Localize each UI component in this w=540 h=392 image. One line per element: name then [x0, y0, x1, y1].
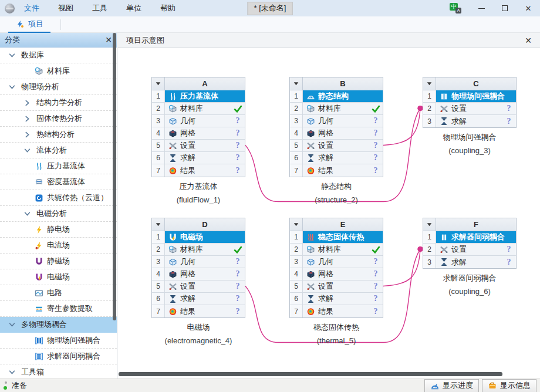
- sidebar-item-15[interactable]: 电路: [0, 285, 117, 301]
- minimize-button[interactable]: [470, 0, 493, 16]
- sidebar-item-2[interactable]: 物理场分析: [0, 79, 117, 95]
- system-E-row-3[interactable]: 3 几何?: [290, 256, 383, 268]
- show-info-label: 显示信息: [500, 380, 531, 391]
- system-A-row-2[interactable]: 2 材料库: [152, 103, 245, 115]
- system-D-row-7[interactable]: 7 结果?: [152, 305, 245, 317]
- category-tree: 数据库材料库物理场分析结构力学分析固体传热分析热结构分析流体分析压力基流体密度基…: [0, 48, 117, 379]
- system-menu-button[interactable]: [152, 77, 165, 90]
- system-menu-button[interactable]: [423, 218, 436, 231]
- close-button[interactable]: ✕: [517, 0, 540, 16]
- system-A-row-5[interactable]: 5 设置?: [152, 140, 245, 152]
- sidebar-scrollbar-thumb[interactable]: [113, 33, 116, 320]
- system-A-row-7[interactable]: 7 结果?: [152, 164, 245, 177]
- system-E-row-7[interactable]: 7 结果?: [290, 305, 383, 317]
- system-id: C: [436, 77, 516, 90]
- system-D-row-2[interactable]: 2 材料库: [152, 244, 245, 256]
- progress-icon: [430, 381, 440, 390]
- system-F-row-1[interactable]: 1 求解器间弱耦合: [423, 231, 516, 244]
- sidebar-item-8[interactable]: 密度基流体: [0, 174, 117, 190]
- canvas-hscrollbar-thumb[interactable]: [119, 372, 502, 376]
- show-progress-button[interactable]: 显示进度: [424, 379, 479, 392]
- sidebar-item-label: 多物理场耦合: [21, 319, 67, 330]
- system-menu-button[interactable]: [423, 77, 436, 90]
- sidebar-item-4[interactable]: 固体传热分析: [0, 111, 117, 127]
- sidebar-item-3[interactable]: 结构力学分析: [0, 95, 117, 111]
- menu-units[interactable]: 单位: [117, 0, 151, 16]
- tab-project[interactable]: 项目: [8, 16, 50, 33]
- sidebar-item-13[interactable]: 静磁场: [0, 254, 117, 269]
- sidebar-item-14[interactable]: 电磁场: [0, 269, 117, 285]
- row-number: 5: [152, 140, 165, 151]
- project-schematic-canvas[interactable]: A 1 压力基流体 2 材料库 3 几何? 4 网格? 5 设置? 6 求解? …: [118, 48, 540, 371]
- system-A-row-6[interactable]: 6 求解?: [152, 152, 245, 164]
- system-B-row-7[interactable]: 7 结果?: [290, 164, 383, 177]
- geometry-icon: [168, 257, 177, 266]
- tab-project-label: 项目: [28, 19, 43, 29]
- system-menu-button[interactable]: [152, 218, 165, 231]
- menu-file[interactable]: 文件: [15, 0, 49, 16]
- system-D-row-4[interactable]: 4 网格?: [152, 268, 245, 281]
- row-number: 2: [423, 103, 436, 114]
- sidebar-item-19[interactable]: 求解器间弱耦合: [0, 349, 117, 364]
- system-menu-button[interactable]: [290, 77, 303, 90]
- system-F-row-2[interactable]: 2 设置?: [423, 244, 516, 256]
- system-id: F: [436, 218, 516, 231]
- minimize-icon: [478, 8, 485, 9]
- sidebar-item-5[interactable]: 热结构分析: [0, 127, 117, 143]
- menu-view[interactable]: 视图: [49, 0, 83, 16]
- system-B-row-3[interactable]: 3 几何?: [290, 115, 383, 127]
- cell-label: 求解: [180, 153, 195, 163]
- sidebar-close-icon[interactable]: ✕: [105, 35, 112, 45]
- system-id: A: [165, 77, 245, 90]
- system-B-row-5[interactable]: 5 设置?: [290, 140, 383, 152]
- dropdown-arrow-icon: [292, 220, 301, 229]
- sidebar-item-16[interactable]: 寄生参数提取: [0, 301, 117, 317]
- material-icon: [306, 245, 315, 254]
- fluid-icon: [34, 161, 43, 171]
- system-C-row-3[interactable]: 3 求解?: [423, 115, 516, 127]
- system-B-row-1[interactable]: 1 静态结构: [290, 90, 383, 103]
- app-logo-icon: [5, 4, 15, 13]
- system-C-row-2[interactable]: 2 设置?: [423, 103, 516, 115]
- sidebar-item-7[interactable]: 压力基流体: [0, 158, 117, 174]
- system-E-row-6[interactable]: 6 求解?: [290, 293, 383, 305]
- sidebar-item-18[interactable]: 物理场间强耦合: [0, 333, 117, 349]
- sidebar-item-11[interactable]: 静电场: [0, 222, 117, 238]
- system-E-row-1[interactable]: 1 稳态固体传热: [290, 231, 383, 244]
- parasitic-icon: [34, 304, 43, 313]
- system-A-row-1[interactable]: 1 压力基流体: [152, 90, 245, 103]
- system-menu-button[interactable]: [290, 218, 303, 231]
- sidebar-item-1[interactable]: 材料库: [0, 63, 117, 79]
- translate-icon[interactable]: 中A: [450, 3, 461, 13]
- maximize-button[interactable]: [493, 0, 517, 16]
- system-B-row-2[interactable]: 2 材料库: [290, 103, 383, 115]
- schematic-close-icon[interactable]: ✕: [525, 36, 532, 45]
- system-D-row-1[interactable]: 1 电磁场: [152, 231, 245, 244]
- cell-label: 求解: [451, 116, 467, 127]
- menu-tools[interactable]: 工具: [83, 0, 117, 16]
- show-info-button[interactable]: 显示信息: [482, 379, 536, 392]
- system-A-row-4[interactable]: 4 网格?: [152, 127, 245, 140]
- sidebar-item-12[interactable]: 电流场: [0, 238, 117, 254]
- solve-icon: [168, 153, 177, 163]
- sidebar-item-10[interactable]: 电磁分析: [0, 206, 117, 222]
- system-E-row-5[interactable]: 5 设置?: [290, 281, 383, 293]
- system-F-row-3[interactable]: 3 求解?: [423, 256, 516, 268]
- sidebar-item-9[interactable]: 共轭传热（云道）: [0, 190, 117, 206]
- menu-help[interactable]: 帮助: [151, 0, 185, 16]
- sidebar-item-0[interactable]: 数据库: [0, 48, 117, 63]
- system-B-row-4[interactable]: 4 网格?: [290, 127, 383, 140]
- system-header: C: [423, 77, 516, 90]
- system-A-row-3[interactable]: 3 几何?: [152, 115, 245, 127]
- system-B-row-6[interactable]: 6 求解?: [290, 152, 383, 164]
- system-D-row-3[interactable]: 3 几何?: [152, 256, 245, 268]
- system-D-row-5[interactable]: 5 设置?: [152, 281, 245, 293]
- system-E-row-4[interactable]: 4 网格?: [290, 268, 383, 281]
- system-C-row-1[interactable]: 1 物理场间强耦合: [423, 90, 516, 103]
- sidebar-item-17[interactable]: 多物理场耦合: [0, 317, 117, 333]
- system-D-row-6[interactable]: 6 求解?: [152, 293, 245, 305]
- sidebar-item-20[interactable]: 工具箱: [0, 364, 117, 379]
- sidebar-item-6[interactable]: 流体分析: [0, 143, 117, 158]
- system-header: F: [423, 218, 516, 231]
- system-E-row-2[interactable]: 2 材料库: [290, 244, 383, 256]
